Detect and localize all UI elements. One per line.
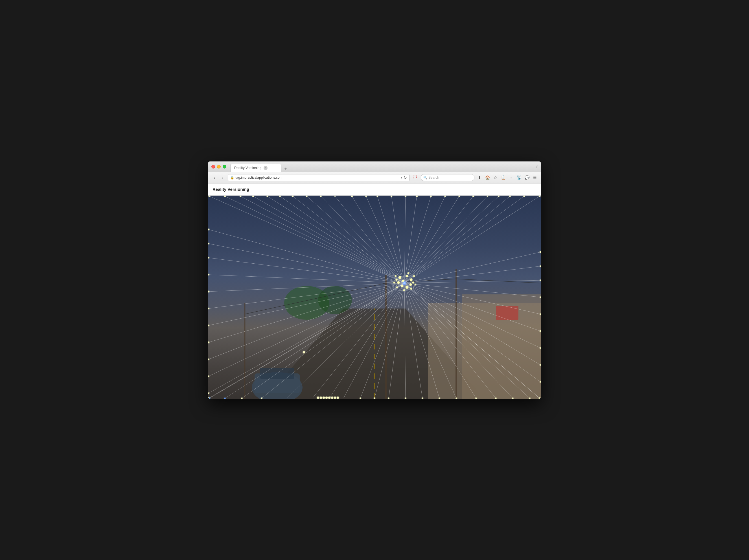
svg-point-137 — [208, 308, 209, 309]
share-icon[interactable]: ↑ — [508, 174, 514, 181]
svg-point-107 — [539, 196, 540, 197]
svg-point-118 — [334, 396, 336, 399]
svg-line-20 — [267, 196, 404, 283]
svg-line-37 — [404, 196, 499, 283]
svg-line-43 — [209, 258, 404, 283]
svg-line-17 — [225, 196, 404, 283]
svg-point-135 — [208, 274, 209, 275]
svg-rect-4 — [496, 306, 518, 320]
svg-point-166 — [398, 281, 400, 284]
svg-point-89 — [292, 196, 294, 197]
svg-point-140 — [208, 359, 209, 360]
svg-line-18 — [240, 196, 404, 283]
maximize-button[interactable] — [223, 165, 226, 169]
search-field[interactable]: 🔍 Search — [421, 174, 474, 181]
svg-line-41 — [209, 230, 404, 283]
svg-line-34 — [404, 196, 459, 283]
visualization-svg — [208, 196, 541, 399]
svg-point-83 — [209, 196, 210, 197]
svg-point-113 — [320, 396, 322, 399]
svg-point-101 — [458, 196, 460, 197]
svg-point-95 — [377, 196, 378, 197]
svg-point-96 — [391, 196, 392, 197]
svg-point-115 — [325, 396, 328, 399]
svg-point-103 — [487, 196, 488, 197]
svg-point-110 — [241, 397, 243, 399]
svg-line-39 — [404, 196, 524, 283]
svg-point-176 — [393, 282, 395, 283]
svg-line-27 — [366, 196, 404, 283]
lock-icon: 🔒 — [230, 176, 234, 179]
svg-point-174 — [403, 289, 405, 291]
address-field[interactable]: 🔒 tag.impracticalapplications.com ▾ ↻ — [228, 174, 409, 181]
chat-icon[interactable]: 💬 — [523, 174, 530, 181]
svg-point-154 — [303, 351, 305, 353]
close-button[interactable] — [211, 165, 215, 169]
menu-icon[interactable]: ☰ — [531, 174, 538, 181]
svg-line-12 — [456, 279, 541, 283]
address-bar: ‹ › 🔒 tag.impracticalapplications.com ▾ … — [208, 172, 541, 184]
svg-point-172 — [414, 284, 416, 285]
svg-point-136 — [208, 291, 209, 293]
svg-point-179 — [403, 282, 406, 284]
svg-rect-15 — [260, 368, 294, 379]
svg-line-23 — [307, 196, 404, 283]
svg-point-175 — [396, 286, 398, 288]
search-icon: 🔍 — [423, 176, 427, 179]
page-title: Reality Versioning — [213, 187, 249, 192]
svg-line-24 — [321, 196, 404, 283]
svg-line-19 — [253, 196, 404, 283]
bookmark-icon[interactable]: ☆ — [492, 174, 499, 181]
add-tab-button[interactable]: + — [282, 166, 289, 172]
svg-point-161 — [406, 275, 408, 277]
security-button[interactable]: 🛡 — [411, 174, 419, 181]
svg-point-139 — [208, 342, 209, 343]
svg-point-94 — [365, 196, 367, 197]
minimize-button[interactable] — [217, 165, 221, 169]
svg-point-141 — [208, 375, 209, 377]
reading-list-icon[interactable]: 📋 — [500, 174, 507, 181]
svg-point-109 — [224, 397, 226, 399]
airdrop-icon[interactable]: 📡 — [516, 174, 522, 181]
forward-button[interactable]: › — [219, 174, 226, 181]
svg-point-86 — [252, 196, 254, 197]
svg-line-53 — [404, 252, 540, 283]
svg-line-32 — [404, 196, 431, 283]
search-placeholder: Search — [428, 176, 439, 179]
svg-line-54 — [404, 266, 540, 283]
svg-point-97 — [405, 196, 406, 197]
svg-point-85 — [240, 196, 241, 197]
reload-button[interactable]: ↻ — [404, 175, 407, 180]
svg-point-114 — [323, 396, 325, 399]
window-fullscreen-icon[interactable]: ⤢ — [535, 165, 538, 169]
svg-line-29 — [391, 196, 404, 283]
active-tab[interactable]: Reality Versioning ✕ — [231, 164, 281, 172]
svg-point-169 — [396, 279, 398, 281]
svg-line-42 — [209, 243, 404, 283]
svg-point-106 — [523, 196, 525, 197]
svg-line-21 — [280, 196, 404, 283]
svg-point-133 — [208, 243, 209, 244]
svg-point-93 — [351, 196, 353, 197]
download-icon[interactable]: ⬇ — [476, 174, 483, 181]
security-icon: 🛡 — [413, 175, 418, 181]
svg-point-173 — [410, 288, 412, 289]
svg-point-116 — [328, 396, 330, 399]
svg-point-170 — [408, 272, 409, 274]
back-button[interactable]: ‹ — [211, 174, 218, 181]
url-text: tag.impracticalapplications.com — [235, 176, 400, 179]
home-icon[interactable]: 🏠 — [484, 174, 491, 181]
svg-point-177 — [395, 275, 397, 277]
tab-close-button[interactable]: ✕ — [263, 166, 268, 170]
address-icons: ▾ — [401, 176, 403, 179]
page-header: Reality Versioning — [208, 184, 541, 196]
traffic-lights — [211, 165, 226, 169]
svg-line-25 — [335, 196, 404, 283]
svg-point-162 — [410, 278, 413, 281]
svg-point-163 — [409, 283, 412, 286]
title-bar: Reality Versioning ✕ + ⤢ — [208, 161, 541, 172]
svg-point-138 — [208, 325, 209, 326]
svg-point-145 — [540, 265, 541, 267]
svg-point-160 — [399, 276, 401, 279]
svg-point-112 — [317, 396, 319, 399]
